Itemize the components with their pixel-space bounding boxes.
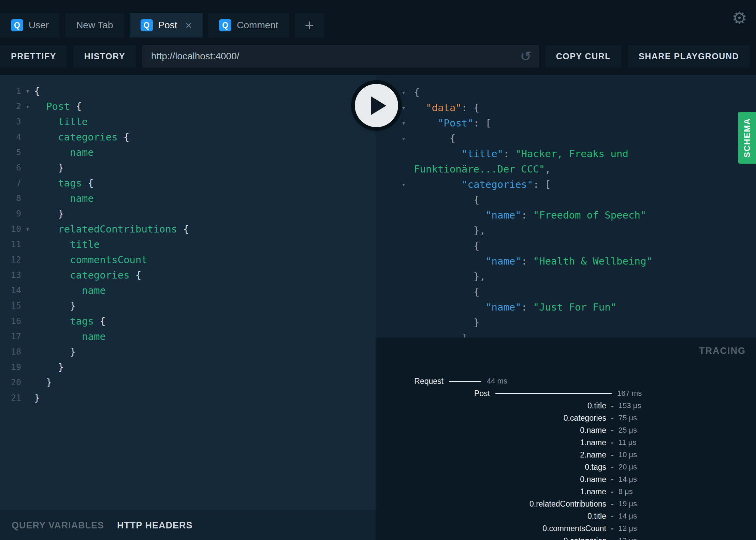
tracing-time: 44 ms (487, 377, 507, 386)
tab-label: Post (158, 20, 177, 31)
line-number: 20 (0, 377, 21, 387)
tracing-time: 10 μs (619, 450, 637, 459)
tab-comment[interactable]: QComment (208, 13, 289, 38)
tracing-row: 0.name-14 μs (376, 473, 756, 485)
copy-curl-button[interactable]: COPY CURL (545, 45, 622, 68)
tracing-dash: - (611, 512, 614, 521)
tracing-time: 25 μs (619, 426, 637, 435)
tab-post[interactable]: QPost× (130, 13, 203, 38)
tracing-dash: - (611, 450, 614, 460)
tracing-label: 0.relatedContributions (376, 499, 606, 509)
query-line: 9} (0, 206, 376, 221)
line-number: 18 (0, 347, 21, 357)
query-line: 3title (0, 114, 376, 129)
response-line: ▾"data": { (376, 100, 756, 115)
query-variables-tab[interactable]: QUERY VARIABLES (12, 520, 104, 531)
tracing-label: Post (376, 389, 490, 398)
tracing-label: 0.tags (376, 463, 606, 472)
fold-arrow-icon[interactable]: ▾ (21, 225, 34, 233)
tab-user[interactable]: QUser (0, 13, 60, 38)
line-number: 21 (0, 393, 21, 403)
response-code: "data": { (414, 102, 479, 114)
toolbar: PRETTIFY HISTORY http://localhost:4000/ … (0, 38, 756, 75)
tracing-label: 0.commentsCount (376, 524, 606, 533)
fold-arrow-icon[interactable]: ▾ (21, 87, 34, 95)
response-line: ▾{ (376, 131, 756, 146)
http-headers-tab[interactable]: HTTP HEADERS (117, 520, 193, 531)
tracing-row: 0.relatedContributions-19 μs (376, 498, 756, 510)
response-line: ▾{ (376, 85, 756, 100)
query-code: name (34, 285, 106, 296)
query-pane: 1▾{2▾Post {3title4categories {5name6}7ta… (0, 75, 376, 540)
settings-gear-icon[interactable]: ⚙ (732, 10, 747, 27)
tracing-dash: - (611, 475, 614, 484)
query-line: 4categories { (0, 129, 376, 145)
query-editor[interactable]: 1▾{2▾Post {3title4categories {5name6}7ta… (0, 75, 376, 511)
query-line: 16tags { (0, 313, 376, 329)
response-line: } (376, 315, 756, 330)
query-line: 8name (0, 191, 376, 206)
endpoint-url-value: http://localhost:4000/ (151, 51, 239, 62)
tracing-row: 1.name-8 μs (376, 485, 756, 498)
add-tab-button[interactable]: + (295, 13, 324, 38)
prettify-button[interactable]: PRETTIFY (0, 45, 67, 68)
line-number: 15 (0, 301, 21, 311)
reload-schema-icon[interactable]: ↺ (520, 49, 532, 63)
query-type-icon: Q (141, 19, 153, 31)
line-number: 16 (0, 316, 21, 326)
response-code: "categories": [ (414, 179, 551, 190)
tracing-label: 0.categories (376, 414, 606, 423)
close-tab-icon[interactable]: × (186, 20, 192, 31)
response-code: { (414, 133, 455, 144)
line-number: 1 (0, 86, 21, 96)
fold-arrow-icon[interactable]: ▾ (402, 88, 414, 96)
fold-arrow-icon[interactable]: ▾ (402, 180, 414, 189)
query-line: 19} (0, 359, 376, 375)
fold-arrow-icon[interactable]: ▾ (402, 119, 414, 127)
tracing-row: 0.categories-13 μs (376, 535, 756, 540)
line-number: 13 (0, 270, 21, 280)
query-code: relatedContributions { (34, 223, 189, 235)
tracing-time: 12 μs (619, 524, 637, 533)
tab-label: User (29, 20, 49, 31)
query-line: 11title (0, 237, 376, 252)
tab-bar: QUserNew TabQPost×QComment+ ⚙ (0, 0, 756, 38)
response-line: Funktionäre...Der CCC", (376, 161, 756, 177)
fold-arrow-icon[interactable]: ▾ (402, 134, 414, 142)
tracing-row: 0.title-14 μs (376, 510, 756, 522)
query-code: } (34, 377, 52, 388)
tracing-dash: - (611, 487, 614, 496)
tracing-label: 2.name (376, 450, 606, 460)
tracing-label: 1.name (376, 438, 606, 447)
line-number: 2 (0, 101, 21, 111)
history-button[interactable]: HISTORY (73, 45, 136, 68)
line-number: 12 (0, 255, 21, 265)
response-line: }, (376, 223, 756, 238)
query-line: 13categories { (0, 267, 376, 283)
execute-query-button[interactable] (355, 84, 398, 127)
tracing-label: Request (376, 377, 444, 386)
tab-new-tab[interactable]: New Tab (65, 13, 124, 38)
share-playground-button[interactable]: SHARE PLAYGROUND (628, 45, 750, 68)
tracing-dash: - (611, 414, 614, 423)
line-number: 10 (0, 224, 21, 234)
line-number: 6 (0, 163, 21, 172)
response-code: "Post": [ (414, 117, 491, 129)
result-pane: ▾{▾"data": {▾"Post": [▾{"title": "Hacker… (376, 75, 756, 540)
query-code: name (34, 147, 94, 158)
tracing-rows: Request44 msPost167 ms0.title-153 μs0.ca… (376, 375, 756, 540)
response-code: }, (414, 271, 485, 282)
tracing-title: TRACING (699, 346, 746, 356)
tracing-row: Post167 ms (376, 387, 756, 400)
query-code: categories { (34, 131, 130, 143)
endpoint-url-input[interactable]: http://localhost:4000/ ↺ (142, 45, 539, 68)
line-number: 7 (0, 178, 21, 188)
fold-arrow-icon[interactable]: ▾ (21, 102, 34, 110)
schema-side-tab[interactable]: SCHEMA (738, 112, 756, 164)
response-line: ▾"categories": [ (376, 177, 756, 192)
tracing-time: 20 μs (619, 463, 637, 471)
tracing-label: 0.title (376, 401, 606, 410)
query-code: categories { (34, 269, 142, 281)
response-line: "name": "Just For Fun" (376, 299, 756, 315)
fold-arrow-icon[interactable]: ▾ (402, 104, 414, 112)
